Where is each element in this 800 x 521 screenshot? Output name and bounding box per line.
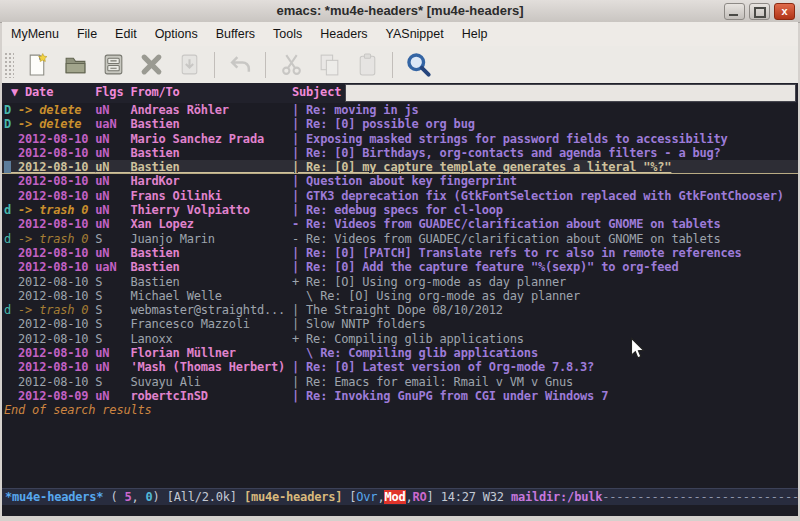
modeline-segment-blue[interactable]: Ovr	[356, 490, 377, 504]
row-mark	[4, 389, 18, 403]
toolbar-separator	[214, 52, 215, 78]
modeline-segment-path[interactable]: maildir:/bulk	[511, 490, 602, 504]
new-file-button[interactable]	[23, 51, 51, 79]
menu-item-mymenu[interactable]: MyMenu	[2, 24, 68, 44]
toolbar-grip[interactable]	[4, 52, 14, 78]
menu-item-edit[interactable]: Edit	[106, 24, 146, 44]
menu-item-help[interactable]: Help	[453, 24, 497, 44]
menu-item-options[interactable]: Options	[146, 24, 207, 44]
modeline-segment-plain[interactable]: )	[153, 490, 167, 504]
message-row[interactable]: 2012-08-10 S Lanoxx + Re: Compiling glib…	[2, 332, 798, 346]
copy-icon	[317, 52, 342, 77]
modeline-segment-plain[interactable]: [All/2.0k]	[167, 490, 244, 504]
message-row[interactable]: 2012-08-09 uN robertcInSD | Re: Invoking…	[2, 389, 798, 403]
row-subj: | Re: [0] my capture template generates …	[292, 160, 671, 174]
cut-icon	[279, 52, 304, 77]
open-folder-button[interactable]	[61, 51, 89, 79]
paste-button[interactable]	[353, 51, 381, 79]
message-row[interactable]: 2012-08-10 S Francesco Mazzoli | Slow NN…	[2, 317, 798, 331]
message-row[interactable]: 2012-08-10 uN Mario Sanchez Prada | Expo…	[2, 132, 798, 146]
row-mark: d	[4, 303, 18, 317]
row-mark	[4, 360, 18, 374]
cut-button[interactable]	[277, 51, 305, 79]
message-row[interactable]: 2012-08-10 uN HardKor | Question about k…	[2, 174, 798, 188]
message-row[interactable]: d -> trash 0 S webmaster@straightd... | …	[2, 303, 798, 317]
save-as-button[interactable]	[175, 51, 203, 79]
menu-item-tools[interactable]: Tools	[264, 24, 311, 44]
row-date: 2012-08-10	[18, 260, 95, 274]
message-row[interactable]: 2012-08-10 S Michael Welle \ Re: [O] Usi…	[2, 289, 798, 303]
row-mark	[4, 346, 18, 360]
row-subj: - Re: Videos from GUADEC/clarification a…	[292, 232, 721, 246]
message-row[interactable]: 2012-08-10 uN Bastien | Re: [0] my captu…	[2, 160, 798, 174]
row-mark	[4, 189, 18, 203]
modeline-segment-plain[interactable]: 14:27	[441, 490, 483, 504]
row-subj: | Re: [0] possible org bug	[292, 117, 475, 131]
mode-line[interactable]: *mu4e-headers* ( 5, 0) [All/2.0k] [mu4e-…	[2, 488, 798, 505]
message-row[interactable]: D -> delete uaN Bastien | Re: [0] possib…	[2, 117, 798, 131]
message-row[interactable]: d -> trash 0 uN Thierry Volpiatto | Re: …	[2, 203, 798, 217]
title-bar[interactable]: emacs: *mu4e-headers* [mu4e-headers] x	[0, 0, 800, 23]
message-row[interactable]: 2012-08-10 S Bastien + Re: [O] Using org…	[2, 275, 798, 289]
row-flags: uN	[95, 132, 130, 146]
row-from: Suvayu Ali	[130, 375, 292, 389]
message-row[interactable]: 2012-08-10 uN Bastien | Re: [0] [PATCH] …	[2, 246, 798, 260]
save-as-icon	[177, 52, 202, 77]
row-mark	[4, 246, 18, 260]
row-from: Michael Welle	[130, 289, 292, 303]
toolbar-separator	[265, 52, 266, 78]
undo-button[interactable]	[226, 51, 254, 79]
modeline-segment-dashes[interactable]: ------------------------------	[602, 490, 798, 504]
row-from: Francesco Mazzoli	[130, 317, 292, 331]
row-flags: S	[95, 375, 130, 389]
row-from: Bastien	[130, 160, 292, 174]
row-flags: uaN	[95, 117, 130, 131]
message-row[interactable]: D -> delete uN Andreas Röhler | Re: movi…	[2, 103, 798, 117]
modeline-segment-plain[interactable]: (	[103, 490, 124, 504]
echo-area[interactable]	[2, 505, 798, 516]
row-subj: | Re: Invoking GnuPG from CGI under Wind…	[292, 389, 608, 403]
message-row[interactable]: 2012-08-10 uN 'Mash (Thomas Herbert) | R…	[2, 360, 798, 374]
modeline-segment-magenta[interactable]: RO	[413, 490, 427, 504]
modeline-segment-cyan[interactable]: 0	[146, 490, 153, 504]
modeline-segment-plain[interactable]: ,	[406, 490, 413, 504]
copy-button[interactable]	[315, 51, 343, 79]
message-row[interactable]: 2012-08-10 uN Frans Oilinki | GTK3 depre…	[2, 189, 798, 203]
menu-item-file[interactable]: File	[68, 24, 106, 44]
column-headers[interactable]: ▼ Date Flgs From/To Subject	[2, 83, 341, 103]
message-row[interactable]: d -> trash 0 S Juanjo Marin - Re: Videos…	[2, 232, 798, 246]
menu-item-yasnippet[interactable]: YASnippet	[377, 24, 453, 44]
search-icon	[405, 51, 432, 78]
close-button[interactable]: x	[774, 3, 795, 20]
search-button[interactable]	[404, 51, 432, 79]
maximize-icon	[754, 7, 766, 18]
row-subj: | Exposing masked strings for password f…	[292, 132, 728, 146]
row-from: Bastien	[130, 117, 292, 131]
modeline-segment-mod[interactable]: Mod	[384, 490, 405, 504]
new-file-icon	[25, 52, 50, 77]
maximize-button[interactable]	[749, 3, 770, 20]
row-subj: \ Re: [O] Using org-mode as day planner	[292, 289, 580, 303]
menu-item-headers[interactable]: Headers	[311, 24, 376, 44]
message-row[interactable]: 2012-08-10 uN Xan Lopez - Re: Videos fro…	[2, 217, 798, 231]
message-row[interactable]: 2012-08-10 uaN Bastien | Re: [0] Add the…	[2, 260, 798, 274]
close-buffer-button[interactable]	[137, 51, 165, 79]
modeline-segment-buffer-name[interactable]: *mu4e-headers*	[5, 490, 103, 504]
row-mark: D	[4, 103, 18, 117]
modeline-segment-plain[interactable]: ,	[131, 490, 145, 504]
message-row[interactable]: 2012-08-10 uN Florian Müllner \ Re: Comp…	[2, 346, 798, 360]
headers-column-bar[interactable]: ▼ Date Flgs From/To Subject	[2, 83, 798, 103]
modeline-segment-tan[interactable]: [mu4e-headers]	[244, 490, 349, 504]
row-mark	[4, 260, 18, 274]
menu-item-buffers[interactable]: Buffers	[207, 24, 264, 44]
row-flags: uN	[95, 103, 130, 117]
save-button[interactable]	[99, 51, 127, 79]
minimize-button[interactable]	[724, 3, 745, 20]
modeline-segment-plain[interactable]: ]	[427, 490, 441, 504]
row-subj: | GTK3 deprecation fix (GtkFontSelection…	[292, 189, 784, 203]
modeline-segment-plain[interactable]: W32	[483, 490, 511, 504]
row-date: 2012-08-10	[18, 246, 95, 260]
message-row[interactable]: 2012-08-10 S Suvayu Ali | Re: Emacs for …	[2, 375, 798, 389]
row-mark	[4, 217, 18, 231]
message-row[interactable]: 2012-08-10 uN Bastien | Re: [0] Birthday…	[2, 146, 798, 160]
